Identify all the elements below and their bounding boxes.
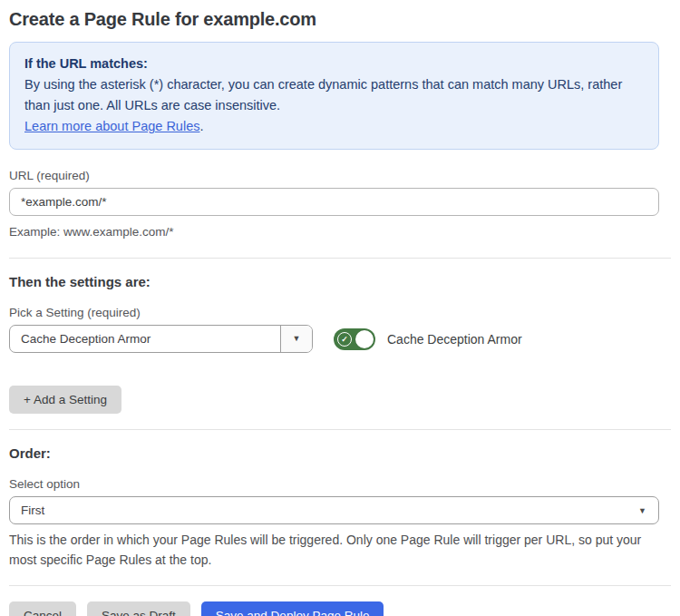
setting-select[interactable]: Cache Deception Armor ▼ <box>9 325 313 353</box>
settings-section-heading: Then the settings are: <box>9 274 671 289</box>
setting-toggle-label: Cache Deception Armor <box>387 332 522 347</box>
cancel-button[interactable]: Cancel <box>9 601 76 616</box>
link-suffix: . <box>199 119 203 133</box>
chevron-down-icon: ▼ <box>293 335 301 343</box>
save-draft-button[interactable]: Save as Draft <box>87 601 190 616</box>
url-field-label: URL (required) <box>9 169 671 182</box>
section-divider <box>9 585 671 586</box>
learn-more-link[interactable]: Learn more about Page Rules <box>24 119 199 133</box>
save-deploy-button[interactable]: Save and Deploy Page Rule <box>201 601 384 616</box>
page-title: Create a Page Rule for example.com <box>9 9 671 30</box>
section-divider <box>9 429 671 430</box>
url-field-helper: Example: www.example.com/* <box>9 222 671 242</box>
info-box-body: By using the asterisk (*) character, you… <box>24 74 644 116</box>
setting-select-value: Cache Deception Armor <box>10 326 280 352</box>
info-box-heading: If the URL matches: <box>24 54 644 74</box>
order-select-value: First <box>10 497 658 523</box>
setting-select-arrow-button[interactable]: ▼ <box>280 326 312 352</box>
setting-row: Cache Deception Armor ▼ ✓ Cache Deceptio… <box>9 325 671 353</box>
section-divider <box>9 258 671 259</box>
footer-actions: Cancel Save as Draft Save and Deploy Pag… <box>9 601 671 616</box>
order-select-label: Select option <box>9 477 671 491</box>
page-rule-form: Create a Page Rule for example.com If th… <box>0 0 680 616</box>
chevron-down-icon: ▼ <box>638 506 646 514</box>
order-select[interactable]: First ▼ <box>9 496 659 524</box>
toggle-knob <box>355 330 374 348</box>
add-setting-button[interactable]: + Add a Setting <box>9 386 121 414</box>
setting-toggle[interactable]: ✓ <box>334 328 375 350</box>
info-box-body-text: By using the asterisk (*) character, you… <box>24 77 622 112</box>
order-helper-text: This is the order in which your Page Rul… <box>9 530 662 570</box>
order-section-heading: Order: <box>9 445 671 461</box>
url-match-info-box: If the URL matches: By using the asteris… <box>9 42 659 150</box>
setting-picker-label: Pick a Setting (required) <box>9 306 671 319</box>
url-input[interactable] <box>9 188 659 216</box>
info-box-link-line: Learn more about Page Rules. <box>24 116 644 137</box>
check-icon: ✓ <box>337 332 352 347</box>
